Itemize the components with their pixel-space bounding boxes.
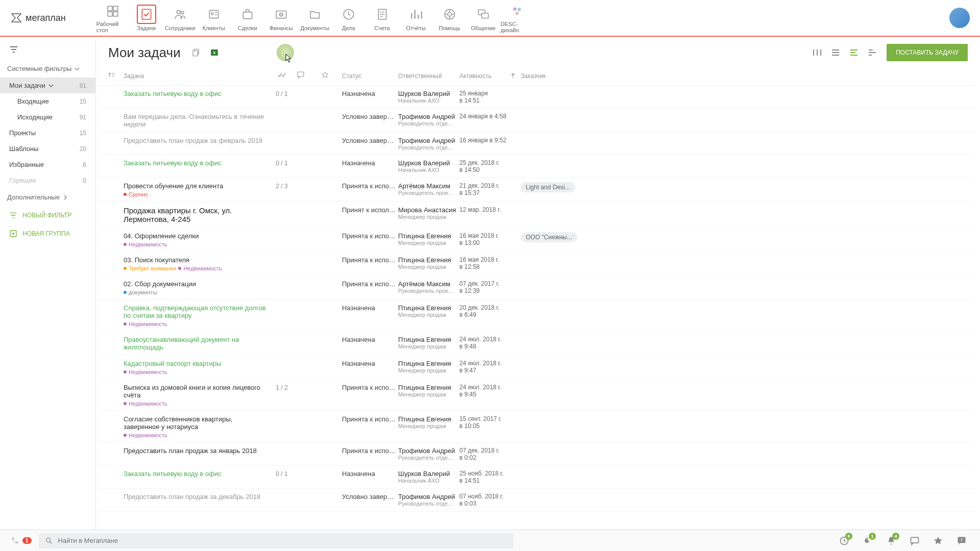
search-bar[interactable]	[39, 533, 513, 548]
header-comment-icon[interactable]	[297, 71, 322, 80]
task-row[interactable]: Провести обучение для клиентаСрочно 2 / …	[96, 178, 975, 202]
task-row[interactable]: Справка, подтверждающая отсутствие долго…	[96, 300, 975, 332]
task-row[interactable]: 02. Сбор документациидокументы Принята к…	[96, 276, 975, 300]
task-row[interactable]: Предоставить план продаж за декабрь 2018…	[96, 489, 975, 512]
excel-export-icon[interactable]: X	[207, 45, 222, 60]
task-status: Назначена	[342, 360, 398, 367]
sidebar-item[interactable]: Исходящие91	[0, 109, 95, 125]
nav-помощь[interactable]: Помощь	[433, 3, 466, 33]
task-status: Принята к испол...	[342, 280, 398, 288]
task-status: Принята к испол...	[342, 384, 398, 391]
nav-общение[interactable]: Общение	[467, 3, 500, 33]
header-task[interactable]: Задача	[124, 72, 266, 80]
task-row[interactable]: Согласие собственников квартиры, заверен…	[96, 411, 975, 443]
task-row[interactable]: Заказать питьевую воду в офис 0 / 1 Назн…	[96, 86, 975, 109]
task-row[interactable]: Предоставить план продаж за январь 2018 …	[96, 443, 975, 466]
phone-badge: 1	[22, 537, 32, 544]
chevron-right-icon	[63, 195, 68, 200]
responsible-role: Руководитель отдела п...	[398, 144, 454, 151]
feedback-icon[interactable]: !	[953, 533, 970, 549]
task-row[interactable]: Вам переданы дела. Ознакомьтесь в течени…	[96, 109, 975, 133]
header-progress-icon[interactable]	[266, 72, 297, 80]
sidebar-item[interactable]: Горящие0	[0, 172, 95, 188]
sort-icon[interactable]	[108, 71, 124, 80]
task-status: Принят к исполне...	[342, 206, 398, 214]
header-customer[interactable]: Заказчик	[521, 72, 602, 80]
filter-icon[interactable]	[0, 41, 95, 60]
customer-chip[interactable]: ООО "Снежны...	[521, 232, 577, 242]
activity-date: 20 дек. 2018 г.	[459, 304, 510, 311]
view-gantt[interactable]	[865, 46, 879, 59]
sidebar-label: Мои задачи	[9, 82, 45, 89]
svg-point-19	[513, 7, 517, 11]
additional-header[interactable]: Дополнительные	[0, 188, 95, 206]
svg-rect-4	[142, 9, 151, 19]
nav-рабочий стол[interactable]: Рабочий стол	[96, 3, 129, 33]
logo-icon	[10, 12, 22, 24]
create-task-button[interactable]: ПОСТАВИТЬ ЗАДАЧУ	[887, 44, 968, 61]
activity-date: 15 сент. 2017 г.	[459, 415, 510, 422]
activity-time: в 14:50	[459, 166, 510, 173]
task-row[interactable]: Заказать питьевую воду в офис 0 / 1 Назн…	[96, 155, 975, 178]
nav-label: Отчёты	[406, 25, 426, 31]
task-row[interactable]: Предоставить план продаж за февраль 2019…	[96, 133, 975, 155]
nav-desc-дизайн[interactable]: DESC-дизайн	[501, 3, 533, 33]
task-row[interactable]: Правоустанавливающий документ на жилплощ…	[96, 332, 975, 356]
new-filter-button[interactable]: НОВЫЙ ФИЛЬТР	[0, 206, 95, 224]
sidebar-label: Шаблоны	[9, 145, 39, 153]
sidebar-item[interactable]: Проекты15	[0, 125, 95, 141]
sidebar-item[interactable]: Мои задачи91	[0, 78, 95, 93]
nav-счета[interactable]: Счета	[366, 3, 399, 33]
search-input[interactable]	[58, 537, 507, 544]
header-star-icon[interactable]	[322, 71, 342, 80]
chat-icon[interactable]	[906, 533, 923, 549]
additional-label: Дополнительные	[7, 193, 60, 201]
header-status[interactable]: Статус	[342, 72, 398, 80]
new-group-button[interactable]: НОВАЯ ГРУППА	[0, 224, 95, 243]
responsible-name: Птицина Евгения	[398, 256, 459, 264]
activity-date: 24 января в 4:58	[459, 113, 510, 120]
page-header: Мои задачи X ПОСТАВИТЬ ЗАДАЧУ	[96, 37, 980, 66]
customer-chip[interactable]: Light and Desi...	[521, 182, 575, 192]
bell-notifications[interactable]: 4	[883, 533, 899, 549]
header-sort-arrow[interactable]	[510, 72, 521, 80]
logo[interactable]: мегаплан	[10, 12, 66, 24]
nav-задачи[interactable]: Задачи	[130, 3, 163, 33]
task-row[interactable]: Кадастровый паспорт квартирыНедвижимость…	[96, 356, 975, 380]
task-row[interactable]: Заказать питьевую воду в офис 0 / 1 Назн…	[96, 466, 975, 489]
star-icon[interactable]	[930, 533, 946, 549]
task-status: Назначена	[342, 336, 398, 343]
nav-документы[interactable]: Документы	[299, 3, 331, 33]
responsible-role: Менеджер продаж	[398, 343, 454, 349]
task-row[interactable]: Выписка из домовой книги и копия лицевог…	[96, 380, 975, 411]
user-avatar[interactable]	[949, 8, 970, 28]
sidebar-item[interactable]: Избранные6	[0, 157, 95, 172]
nav-сделки[interactable]: Сделки	[231, 3, 264, 33]
nav-отчёты[interactable]: Отчёты	[400, 3, 432, 33]
fire-notifications[interactable]: 1	[860, 533, 876, 549]
task-row[interactable]: 03. Поиск покупателяТребует внимания Нед…	[96, 252, 975, 276]
header-responsible[interactable]: Ответственный	[398, 72, 459, 80]
nav-icon	[308, 8, 322, 21]
task-row[interactable]: Продажа квартиры г. Омск, ул. Лермонтова…	[96, 202, 975, 228]
activity-time: в 9:48	[459, 343, 510, 350]
system-filters-header[interactable]: Системные фильтры	[0, 60, 95, 78]
view-list[interactable]	[828, 46, 843, 59]
header-activity[interactable]: Активность	[459, 72, 510, 80]
task-row[interactable]: 04. Оформление сделкиНедвижимость Принят…	[96, 228, 975, 252]
sidebar-item[interactable]: Входящие15	[0, 93, 95, 109]
phone-button[interactable]: 1	[10, 536, 32, 545]
activity-date: 24 июл. 2018 г.	[459, 360, 510, 367]
view-list-compact[interactable]	[847, 46, 861, 59]
task-tags: документы	[124, 289, 266, 295]
nav-дела[interactable]: Дела	[332, 3, 365, 33]
sidebar-item[interactable]: Шаблоны20	[0, 141, 95, 157]
activity-time: в 9:47	[459, 367, 510, 374]
view-columns[interactable]	[810, 46, 824, 59]
nav-финансы[interactable]: Финансы	[265, 3, 298, 33]
highlighted-action[interactable]	[277, 44, 294, 61]
clock-notifications[interactable]: 6	[836, 533, 852, 549]
nav-клиенты[interactable]: Клиенты	[198, 3, 230, 33]
copy-icon[interactable]	[189, 45, 203, 60]
nav-сотрудники[interactable]: Сотрудники	[164, 3, 197, 33]
